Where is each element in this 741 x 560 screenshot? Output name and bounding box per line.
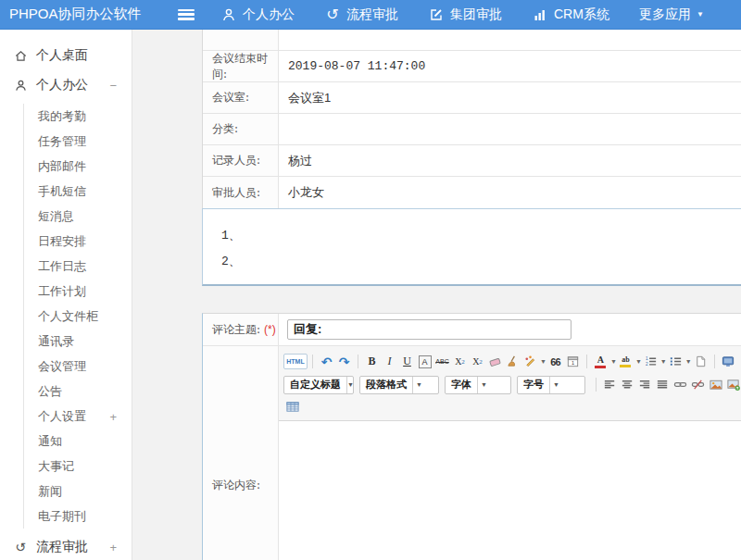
unordered-list-icon[interactable]	[668, 354, 684, 369]
superscript-icon[interactable]: X2	[452, 354, 468, 369]
blockquote-icon[interactable]: 66	[547, 354, 563, 369]
font-family-select[interactable]: 字体 ▼	[445, 376, 511, 394]
sidebar-item-mobile-sms[interactable]: 手机短信	[24, 179, 132, 204]
sidebar-item-personal-office[interactable]: 个人办公 −	[0, 70, 132, 100]
font-color-icon[interactable]: A	[593, 354, 609, 369]
subscript-icon[interactable]: X2	[470, 354, 485, 369]
svg-text:1: 1	[571, 360, 574, 366]
toolbar-row-2: 自定义标题 ▼ 段落格式 ▼ 字体 ▼ 字号 ▼	[283, 373, 741, 396]
custom-heading-select[interactable]: 自定义标题 ▼	[283, 376, 354, 394]
editor-content-area[interactable]	[279, 421, 741, 560]
sidebar-item-e-journal[interactable]: 电子期刊	[24, 504, 132, 529]
sidebar-item-meeting-management[interactable]: 会议管理	[24, 354, 132, 379]
sidebar-item-personal-desktop[interactable]: 个人桌面	[0, 41, 132, 70]
comment-subject-row: 评论主题: (*)	[203, 314, 741, 346]
sidebar-item-schedule[interactable]: 日程安排	[24, 229, 132, 254]
menu-icon[interactable]	[178, 9, 195, 20]
divider	[586, 355, 587, 368]
nav-group-approval[interactable]: 集团审批	[428, 6, 502, 23]
highlight-color-icon[interactable]: ab	[618, 354, 634, 369]
link-icon[interactable]	[672, 377, 688, 392]
insert-image-icon[interactable]	[708, 377, 723, 392]
nav-label: 集团审批	[450, 6, 502, 23]
select-value: 字号	[518, 378, 549, 392]
divider	[358, 355, 358, 368]
table-row: 分类:	[203, 114, 741, 145]
emoticon-pencil-icon[interactable]	[522, 354, 538, 369]
sidebar-item-major-events[interactable]: 大事记	[24, 454, 132, 479]
bold-icon[interactable]: B	[364, 354, 380, 369]
undo-icon[interactable]: ↶	[319, 354, 334, 369]
select-value: 自定义标题	[284, 378, 346, 392]
font-size-select[interactable]: 字号 ▼	[517, 376, 585, 394]
content-line: 2、	[221, 249, 741, 275]
field-label-text: 评论主题:	[212, 322, 260, 338]
sidebar-item-internal-mail[interactable]: 内部邮件	[24, 154, 132, 179]
nav-more-apps[interactable]: 更多应用 ▼	[639, 6, 704, 23]
field-label: 审批人员:	[203, 177, 279, 208]
clear-format-broom-icon[interactable]	[505, 354, 521, 369]
nav-crm-system[interactable]: CRM系统	[532, 6, 609, 23]
app-title: PHPOA协同办公软件	[0, 6, 178, 23]
italic-icon[interactable]: I	[382, 354, 397, 369]
user-icon	[220, 6, 237, 23]
sidebar-item-label: 流程审批	[36, 539, 88, 555]
insert-date-icon[interactable]: 1	[565, 354, 581, 369]
sidebar-item-my-attendance[interactable]: 我的考勤	[24, 104, 132, 129]
align-center-icon[interactable]	[620, 377, 635, 392]
sidebar-item-news[interactable]: 新闻	[24, 479, 132, 504]
boxed-a-format-icon[interactable]: A	[417, 354, 433, 369]
sidebar-item-label: 通讯录	[38, 334, 74, 348]
sidebar-item-personal-files[interactable]: 个人文件柜	[24, 304, 132, 329]
insert-table-icon[interactable]	[284, 399, 300, 415]
expand-icon[interactable]: +	[109, 404, 117, 429]
align-right-icon[interactable]	[637, 377, 653, 392]
new-page-icon[interactable]	[693, 354, 709, 369]
sidebar-item-notice[interactable]: 通知	[24, 429, 132, 454]
caret-down-icon: ▼	[346, 377, 354, 393]
sidebar-item-personal-settings[interactable]: 个人设置 +	[24, 404, 132, 429]
field-label: 会议室:	[203, 82, 279, 113]
sidebar-item-work-diary[interactable]: 工作日志	[24, 254, 132, 279]
caret-down-icon[interactable]: ▼	[610, 358, 617, 365]
sidebar-item-work-plan[interactable]: 工作计划	[24, 279, 132, 304]
table-row: 会议室: 会议室1	[203, 82, 741, 114]
nav-workflow-approval[interactable]: ↺ 流程审批	[324, 6, 398, 23]
sidebar-item-contacts[interactable]: 通讯录	[24, 329, 132, 354]
sidebar-item-label: 工作日志	[38, 259, 86, 273]
expand-icon[interactable]: +	[109, 541, 117, 554]
collapse-icon[interactable]: −	[109, 79, 117, 93]
html-source-button[interactable]: HTML	[283, 354, 308, 369]
align-justify-icon[interactable]	[655, 377, 671, 392]
comment-form-table: 评论主题: (*) 评论内容: HTML ↶ ↷ B	[202, 313, 741, 560]
align-left-icon[interactable]	[602, 377, 618, 392]
caret-down-icon[interactable]: ▼	[635, 358, 642, 365]
required-mark: (*)	[264, 323, 276, 336]
caret-down-icon[interactable]: ▼	[540, 358, 546, 365]
sidebar-item-short-message[interactable]: 短消息	[24, 204, 132, 229]
comment-subject-input[interactable]	[287, 319, 571, 340]
nav-personal-office[interactable]: 个人办公	[220, 6, 295, 23]
fullscreen-monitor-icon[interactable]	[721, 354, 736, 369]
sidebar-item-label: 个人桌面	[36, 47, 88, 64]
toolbar-row-3	[283, 396, 741, 417]
eraser-icon[interactable]	[487, 354, 503, 369]
sidebar-item-label: 任务管理	[38, 134, 86, 148]
underline-icon[interactable]: U	[399, 354, 415, 369]
sidebar-item-announcement[interactable]: 公告	[24, 379, 132, 404]
ordered-list-icon[interactable]: 12	[643, 354, 659, 369]
caret-down-icon[interactable]: ▼	[660, 358, 667, 365]
home-icon	[13, 48, 28, 63]
content-line: 1、	[221, 223, 741, 249]
paragraph-format-select[interactable]: 段落格式 ▼	[359, 376, 439, 394]
strikethrough-icon[interactable]: ABC	[434, 354, 450, 369]
nav-label: CRM系统	[554, 6, 609, 23]
caret-down-icon[interactable]: ▼	[685, 358, 692, 365]
field-value	[279, 114, 741, 144]
upload-image-icon[interactable]	[725, 377, 741, 392]
sidebar-item-workflow-approval[interactable]: ↺ 流程审批 +	[0, 532, 132, 560]
unlink-icon[interactable]	[690, 377, 706, 392]
caret-down-icon: ▼	[477, 377, 490, 393]
sidebar-item-task-management[interactable]: 任务管理	[24, 129, 132, 154]
redo-icon[interactable]: ↷	[336, 354, 352, 369]
